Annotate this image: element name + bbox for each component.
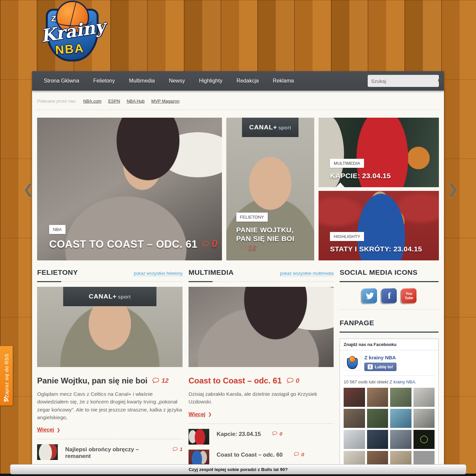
link-nba-com[interactable]: NBA.com bbox=[83, 99, 102, 104]
hero-right-column: MULTIMEDIA KAPCIE: 23.04.15 HIGHLIGHTY S… bbox=[319, 118, 439, 260]
nav-newsy[interactable]: Newsy bbox=[162, 71, 192, 91]
category-badge[interactable]: FELIETONY bbox=[236, 213, 268, 222]
link-espn[interactable]: ESPN bbox=[108, 99, 120, 104]
multimedia-article-image[interactable] bbox=[189, 287, 334, 367]
multimedia-article-title[interactable]: Coast to Coast – odc. 61 bbox=[189, 376, 282, 385]
hero-slide-panie-wojtku[interactable]: CANAL+sport FELIETONY PANIE WOJTKU, PAN … bbox=[226, 118, 315, 260]
main-nav: Strona Główna Felietony Multimedia Newsy… bbox=[32, 71, 444, 91]
fb-widget-header: Znajdź nas na Facebooku bbox=[340, 339, 438, 350]
fan-photo[interactable] bbox=[390, 388, 411, 407]
fan-photo[interactable] bbox=[390, 409, 411, 428]
nav-highlighty[interactable]: Highlighty bbox=[192, 71, 229, 91]
hero-slide-kapcie[interactable]: MULTIMEDIA KAPCIE: 23.04.15 bbox=[319, 118, 439, 187]
hero-carousel: NBA COAST TO COAST – ODC. 610 CANAL+spor… bbox=[37, 118, 439, 260]
nav-strona-glowna[interactable]: Strona Główna bbox=[37, 71, 86, 91]
comments-count[interactable]: 12 bbox=[152, 377, 168, 384]
poll-question: Czyj zespół lepiej sobie poradzi z Bulls… bbox=[189, 467, 287, 472]
comments-count[interactable]: 12 bbox=[241, 243, 256, 252]
content-area: Polecane przez nas: NBA.com ESPN NBA Hub… bbox=[32, 91, 444, 476]
active-slide-indicator bbox=[336, 183, 345, 187]
fan-photo[interactable] bbox=[344, 430, 365, 449]
social-media-heading: SOCIAL MEDIA ICONS bbox=[340, 268, 418, 276]
list-item-title: Coast to Coast – odc. 60 bbox=[217, 452, 282, 458]
list-item-thumbnail bbox=[189, 429, 209, 445]
hero-title: PANIE WOJTKU, PAN SIĘ NIE BOI12 bbox=[236, 226, 303, 252]
twitter-icon[interactable] bbox=[362, 288, 377, 304]
canal-plus-sign: CANAL+sport bbox=[242, 118, 299, 137]
fan-photo[interactable] bbox=[367, 409, 388, 428]
nav-multimedia[interactable]: Multimedia bbox=[122, 71, 162, 91]
fanpage-heading: FANPAGE bbox=[340, 319, 374, 327]
fb-fans-photo-grid bbox=[344, 388, 435, 470]
comments-count[interactable]: 0 bbox=[286, 377, 300, 384]
fan-photo[interactable] bbox=[390, 430, 411, 449]
page: Z Krainy NBA Strona Główna Felietony Mul… bbox=[0, 0, 476, 476]
fan-photo[interactable] bbox=[413, 409, 435, 428]
multimedia-more-link[interactable]: Więcej❯ bbox=[189, 411, 212, 418]
social-icons-row: f YouTube bbox=[340, 288, 439, 310]
recommended-row: Polecane przez nas: NBA.com ESPN NBA Hub… bbox=[37, 91, 439, 110]
felietony-more-link[interactable]: Więcej❯ bbox=[37, 427, 60, 433]
list-item-title: Kapcie: 23.04.15 bbox=[217, 431, 261, 438]
poll-bar[interactable]: Czyj zespół lepiej sobie poradzi z Bulls… bbox=[10, 464, 466, 474]
carousel-next-icon[interactable]: ❯ bbox=[447, 182, 458, 197]
fb-page-avatar[interactable] bbox=[344, 354, 360, 371]
comments-count[interactable]: 0 bbox=[272, 431, 282, 437]
site-logo[interactable]: Z Krainy NBA bbox=[35, 0, 109, 67]
fb-likes-link[interactable]: Z krainy NBA bbox=[389, 379, 415, 384]
felietony-heading: FELIETONY bbox=[37, 268, 78, 276]
show-all-multimedia-link[interactable]: pokaż wszystkie multimedia bbox=[280, 271, 334, 276]
multimedia-heading: MULTIMEDIA bbox=[189, 268, 234, 276]
rss-label: Zapisz się do RSS bbox=[4, 354, 9, 398]
fb-like-button[interactable]: fLubię to! bbox=[364, 363, 396, 371]
link-mvp-magazyn[interactable]: MVP Magazyn bbox=[151, 99, 180, 104]
hero-title: STATY I SKRÓTY: 23.04.15 bbox=[330, 245, 422, 253]
hero-title: KAPCIE: 23.04.15 bbox=[330, 172, 391, 180]
hero-slide-coast-to-coast[interactable]: NBA COAST TO COAST – ODC. 610 bbox=[37, 118, 222, 260]
felietony-list-item[interactable]: Najlepsi obrońcy obręczy – remanent 1 bbox=[37, 444, 183, 460]
facebook-f-icon: f bbox=[368, 364, 373, 369]
section-rule bbox=[37, 281, 183, 282]
category-badge[interactable]: NBA bbox=[49, 225, 66, 234]
felietony-section: FELIETONY pokaż wszystkie felietony CANA… bbox=[37, 268, 183, 476]
nav-redakcja[interactable]: Redakcja bbox=[229, 71, 266, 91]
multimedia-list-item[interactable]: Kapcie: 23.04.15 0 bbox=[189, 429, 334, 445]
multimedia-section: MULTIMEDIA pokaż wszystkie multimedia Co… bbox=[189, 268, 334, 476]
sidebar: SOCIAL MEDIA ICONS f YouTube FANPAGE Zna… bbox=[340, 268, 439, 476]
category-badge[interactable]: HIGHLIGHTY bbox=[330, 232, 364, 241]
youtube-icon[interactable]: YouTube bbox=[401, 288, 417, 304]
fan-photo[interactable] bbox=[367, 430, 388, 449]
rss-subscribe-tab[interactable]: Zapisz się do RSS bbox=[0, 346, 13, 405]
divider bbox=[189, 424, 334, 424]
nav-reklama[interactable]: Reklama bbox=[266, 71, 301, 91]
search-icon[interactable] bbox=[438, 78, 444, 84]
hero-slide-staty-skroty[interactable]: HIGHLIGHTY STATY I SKRÓTY: 23.04.15 bbox=[319, 191, 439, 260]
felietony-article-excerpt: Oglądam mecz Cavs z Celtics na Canal+ i … bbox=[37, 390, 183, 421]
fan-photo[interactable] bbox=[344, 409, 365, 428]
comments-count[interactable]: 0 bbox=[294, 452, 304, 457]
fan-photo[interactable] bbox=[413, 430, 435, 449]
comments-count[interactable]: 0 bbox=[202, 238, 218, 250]
fan-photo[interactable] bbox=[344, 388, 365, 407]
fan-photo[interactable] bbox=[367, 388, 388, 407]
multimedia-article-excerpt: Dzisiaj zabrakło Karola, ale dzielnie za… bbox=[189, 390, 334, 406]
category-badge[interactable]: MULTIMEDIA bbox=[330, 159, 364, 168]
nav-felietony[interactable]: Felietony bbox=[86, 71, 122, 91]
multimedia-list-item[interactable]: Coast to Coast – odc. 60 0 bbox=[189, 450, 334, 465]
comments-count[interactable]: 1 bbox=[172, 446, 183, 452]
logo-z: Z bbox=[51, 14, 56, 23]
search-input[interactable] bbox=[371, 78, 438, 84]
section-rule bbox=[340, 332, 439, 333]
carousel-prev-icon[interactable]: ❮ bbox=[23, 182, 34, 197]
fb-page-name-link[interactable]: Z krainy NBA bbox=[364, 355, 396, 360]
link-nba-hub[interactable]: NBA Hub bbox=[127, 99, 144, 104]
list-item-thumbnail bbox=[37, 444, 58, 460]
show-all-felietony-link[interactable]: pokaż wszystkie felietony bbox=[134, 271, 183, 276]
fan-photo[interactable] bbox=[413, 388, 435, 407]
canal-plus-sign: CANAL+sport bbox=[63, 287, 156, 306]
felietony-article-title[interactable]: Panie Wojtku, pan się nie boi bbox=[37, 376, 147, 385]
facebook-icon[interactable]: f bbox=[381, 288, 397, 304]
felietony-article-image[interactable]: CANAL+sport bbox=[37, 287, 183, 367]
section-rule bbox=[340, 281, 439, 282]
section-rule bbox=[189, 281, 334, 282]
